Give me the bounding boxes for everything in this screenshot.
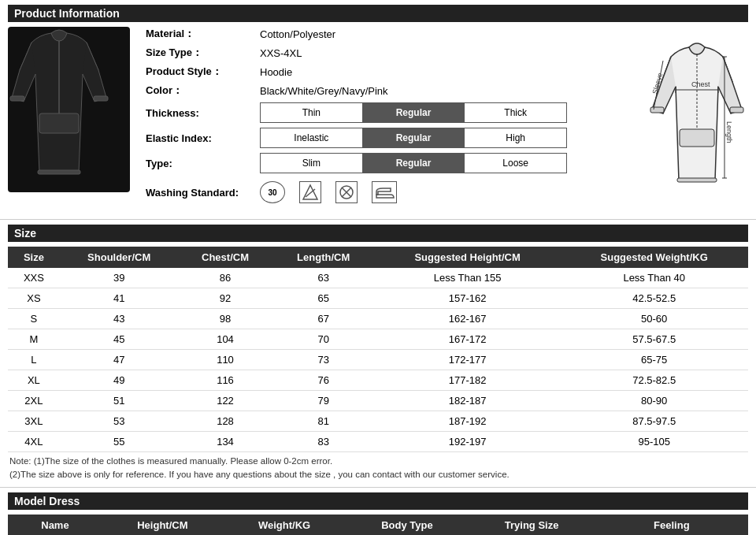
table-cell: 87.5-97.5	[560, 411, 748, 432]
table-cell: 67	[272, 309, 375, 329]
table-cell: 65-75	[560, 350, 748, 370]
size-section: Size Size Shoulder/CM Chest/CM Length/CM…	[0, 220, 756, 488]
type-loose[interactable]: Loose	[465, 154, 566, 173]
table-row: XXS398663Less Than 155Less Than 40	[8, 268, 748, 288]
elastic-label: Elastic Index:	[146, 132, 260, 144]
thickness-thin[interactable]: Thin	[261, 103, 363, 122]
table-cell: Less Than 155	[375, 268, 561, 288]
size-type-row: Size Type： XXS-4XL	[146, 46, 646, 60]
thickness-thick[interactable]: Thick	[465, 103, 566, 122]
product-style-label: Product Style：	[146, 65, 260, 79]
col-shoulder: Shoulder/CM	[60, 247, 179, 268]
table-row: XL4911676177-18272.5-82.5	[8, 370, 748, 391]
iron-icon	[372, 181, 397, 203]
table-cell: 3XL	[8, 411, 60, 432]
table-cell: 4XL	[8, 432, 60, 452]
svg-rect-14	[680, 129, 714, 147]
table-cell: 177-182	[375, 370, 561, 391]
table-row: 2XL5112279182-18780-90	[8, 391, 748, 411]
table-cell: 86	[179, 268, 272, 288]
product-image	[8, 27, 130, 192]
size-table-header-row: Size Shoulder/CM Chest/CM Length/CM Sugg…	[8, 247, 748, 268]
color-value: Black/White/Grey/Navy/Pink	[260, 85, 388, 97]
table-cell: XXS	[8, 268, 60, 288]
size-type-label: Size Type：	[146, 46, 260, 60]
table-cell: 55	[60, 432, 179, 452]
col-length: Length/CM	[272, 247, 375, 268]
col-weight: Suggested Weight/KG	[560, 247, 748, 268]
product-style-value: Hoodie	[260, 66, 292, 78]
note-1: Note: (1)The size of the clothes is meas…	[8, 456, 748, 466]
table-cell: 92	[179, 288, 272, 309]
table-cell: M	[8, 329, 60, 350]
washing-label: Washing Standard:	[146, 187, 260, 199]
size-header: Size	[8, 225, 748, 242]
table-row: XS419265157-16242.5-52.5	[8, 288, 748, 309]
svg-rect-3	[94, 96, 108, 101]
col-chest: Chest/CM	[179, 247, 272, 268]
elastic-bar: Inelastic Regular High	[260, 128, 567, 148]
elastic-inelastic[interactable]: Inelastic	[261, 128, 363, 147]
note-2: (2)The size above is only for reference.…	[8, 470, 748, 479]
thickness-label: Thickness:	[146, 107, 260, 119]
material-row: Material： Cotton/Polyester	[146, 27, 646, 41]
table-cell: 45	[60, 329, 179, 350]
material-value: Cotton/Polyester	[260, 28, 335, 40]
elastic-regular[interactable]: Regular	[363, 128, 465, 147]
table-cell: 50-60	[560, 309, 748, 329]
type-label: Type:	[146, 158, 260, 169]
svg-rect-11	[730, 107, 743, 113]
thickness-bar: Thin Regular Thick	[260, 102, 567, 123]
model-col-height: Height/CM	[102, 515, 223, 535]
model-table: Name Height/CM Weight/KG Body Type Tryin…	[8, 515, 748, 535]
type-slim[interactable]: Slim	[261, 154, 363, 173]
type-bar: Slim Regular Loose	[260, 153, 567, 173]
product-info-header: Product Information	[8, 5, 748, 22]
color-label: Color：	[146, 84, 260, 98]
model-col-name: Name	[8, 515, 102, 535]
table-cell: 51	[60, 391, 179, 411]
wash-30-icon: 30	[260, 181, 285, 203]
table-cell: 122	[179, 391, 272, 411]
size-table: Size Shoulder/CM Chest/CM Length/CM Sugg…	[8, 247, 748, 452]
table-cell: 192-197	[375, 432, 561, 452]
table-cell: 49	[60, 370, 179, 391]
table-cell: 2XL	[8, 391, 60, 411]
table-cell: 110	[179, 350, 272, 370]
table-cell: 95-105	[560, 432, 748, 452]
table-cell: 57.5-67.5	[560, 329, 748, 350]
table-cell: 65	[272, 288, 375, 309]
table-cell: 41	[60, 288, 179, 309]
svg-marker-5	[303, 185, 317, 199]
table-row: 4XL5513483192-19795-105	[8, 432, 748, 452]
model-section: Model Dress Name Height/CM Weight/KG Bod…	[0, 488, 756, 535]
elastic-row: Elastic Index: Inelastic Regular High	[146, 128, 646, 148]
table-row: S439867162-16750-60	[8, 309, 748, 329]
size-type-value: XXS-4XL	[260, 47, 302, 59]
model-table-header-row: Name Height/CM Weight/KG Body Type Tryin…	[8, 515, 748, 535]
table-cell: 70	[272, 329, 375, 350]
elastic-high[interactable]: High	[465, 128, 566, 147]
model-col-trying-size: Trying Size	[469, 515, 595, 535]
table-cell: 182-187	[375, 391, 561, 411]
table-row: M4510470167-17257.5-67.5	[8, 329, 748, 350]
type-row: Type: Slim Regular Loose	[146, 153, 646, 173]
table-cell: 157-162	[375, 288, 561, 309]
table-cell: 167-172	[375, 329, 561, 350]
table-row: 3XL5312881187-19287.5-97.5	[8, 411, 748, 432]
product-diagram: Chest Length Sleeve	[646, 27, 748, 192]
table-cell: 116	[179, 370, 272, 391]
col-size: Size	[8, 247, 60, 268]
table-cell: 72.5-82.5	[560, 370, 748, 391]
table-cell: 73	[272, 350, 375, 370]
type-regular[interactable]: Regular	[363, 154, 465, 173]
product-style-row: Product Style： Hoodie	[146, 65, 646, 79]
table-cell: 104	[179, 329, 272, 350]
svg-text:Chest: Chest	[691, 80, 710, 88]
washing-row: Washing Standard: 30	[146, 178, 646, 206]
table-cell: 98	[179, 309, 272, 329]
thickness-regular[interactable]: Regular	[363, 103, 465, 122]
table-cell: 43	[60, 309, 179, 329]
table-cell: 47	[60, 350, 179, 370]
table-cell: 83	[272, 432, 375, 452]
